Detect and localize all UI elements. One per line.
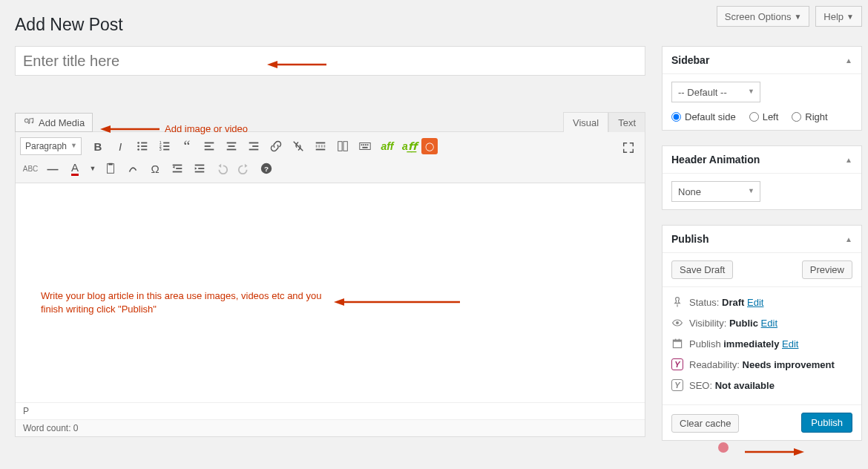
publish-box-toggle[interactable]: Publish▲ — [662, 226, 861, 253]
svg-rect-26 — [316, 149, 326, 151]
quote-button[interactable]: “ — [177, 137, 197, 156]
screen-options-button[interactable]: Screen Options▼ — [717, 6, 810, 27]
word-count: Word count: 0 — [16, 419, 645, 436]
aff-alt-button[interactable]: af̲f̲ — [399, 137, 420, 156]
format-select[interactable]: Paragraph — [20, 137, 82, 155]
outdent-button[interactable] — [167, 159, 188, 178]
svg-point-2 — [32, 122, 33, 123]
radio-default-side[interactable]: Default side — [671, 111, 736, 122]
svg-point-5 — [137, 145, 139, 148]
svg-rect-10 — [163, 142, 169, 144]
add-media-button[interactable]: Add Media — [15, 113, 93, 132]
svg-rect-36 — [108, 163, 112, 165]
edit-status-link[interactable]: Edit — [747, 297, 763, 308]
hr-button[interactable]: — — [42, 159, 63, 178]
radio-right[interactable]: Right — [792, 111, 827, 122]
fullscreen-button[interactable] — [618, 138, 639, 157]
header-anim-select[interactable]: None — [671, 181, 760, 202]
chevron-up-icon: ▲ — [845, 235, 852, 243]
svg-rect-23 — [249, 149, 259, 151]
readability-row: Y Readability: Needs improvement — [671, 354, 852, 375]
align-left-button[interactable] — [199, 137, 220, 156]
help-button[interactable]: Help▼ — [815, 6, 862, 27]
tab-text[interactable]: Text — [608, 112, 645, 134]
editor-content-area[interactable] — [16, 183, 645, 402]
seo-row: Y SEO: Not available — [671, 375, 852, 396]
svg-rect-12 — [163, 145, 169, 147]
link-button[interactable] — [266, 137, 286, 156]
svg-rect-8 — [141, 149, 147, 151]
svg-point-7 — [137, 148, 139, 151]
undo-button[interactable] — [211, 159, 232, 178]
edit-visibility-link[interactable]: Edit — [761, 318, 777, 329]
bold-button[interactable]: B — [88, 137, 108, 156]
camera-music-icon — [23, 117, 35, 128]
unlink-button[interactable] — [288, 137, 309, 156]
element-path: P — [16, 402, 645, 419]
paste-text-button[interactable] — [100, 159, 121, 178]
help-icon-button[interactable]: ? — [256, 159, 277, 178]
svg-rect-19 — [228, 145, 235, 147]
svg-rect-35 — [108, 164, 114, 174]
read-more-button[interactable] — [310, 137, 331, 156]
tab-visual[interactable]: Visual — [563, 112, 608, 134]
clear-cache-button[interactable]: Clear cache — [671, 414, 739, 433]
svg-text:?: ? — [264, 165, 269, 173]
help-label: Help — [823, 11, 844, 22]
header-anim-toggle[interactable]: Header Animation▲ — [662, 146, 861, 174]
svg-rect-41 — [198, 168, 204, 169]
publish-button[interactable]: Publish — [801, 413, 852, 433]
svg-rect-18 — [227, 142, 237, 144]
aff-button[interactable]: aff — [377, 137, 398, 156]
svg-rect-25 — [316, 145, 326, 147]
svg-rect-15 — [205, 142, 214, 144]
svg-point-45 — [676, 321, 679, 324]
align-right-button[interactable] — [243, 137, 264, 156]
sidebar-box-toggle[interactable]: Sidebar▲ — [662, 47, 861, 74]
yoast-icon-gray: Y — [671, 379, 683, 391]
svg-rect-32 — [365, 144, 366, 145]
svg-rect-48 — [675, 339, 677, 341]
radio-left[interactable]: Left — [749, 111, 779, 122]
strikethrough-button[interactable]: ABC — [20, 159, 41, 178]
svg-rect-49 — [679, 339, 680, 341]
preview-button[interactable]: Preview — [802, 260, 852, 279]
svg-text:3: 3 — [160, 147, 162, 151]
schedule-row: Publish immediately Edit — [671, 333, 852, 354]
svg-point-0 — [24, 119, 28, 122]
keyboard-button[interactable] — [355, 137, 375, 156]
svg-rect-37 — [173, 165, 183, 166]
yoast-icon: Y — [671, 358, 683, 370]
sidebar-metabox: Sidebar▲ -- Default -- Default side Left… — [662, 46, 862, 131]
svg-rect-14 — [163, 149, 169, 151]
publish-metabox: Publish▲ Save Draft Preview Status: Draf… — [662, 225, 862, 441]
bullet-list-button[interactable] — [132, 137, 153, 156]
instagram-icon-button[interactable]: ◯ — [421, 138, 438, 154]
page-break-button[interactable] — [332, 137, 353, 156]
svg-rect-6 — [141, 145, 147, 147]
number-list-button[interactable]: 123 — [154, 137, 175, 156]
special-char-button[interactable]: Ω — [145, 159, 165, 178]
svg-point-1 — [28, 122, 30, 124]
svg-rect-28 — [343, 142, 347, 151]
add-media-label: Add Media — [39, 117, 85, 128]
svg-rect-33 — [367, 144, 369, 145]
post-title-input[interactable] — [15, 46, 645, 76]
redo-button[interactable] — [234, 159, 254, 178]
align-center-button[interactable] — [221, 137, 242, 156]
sidebar-select[interactable]: -- Default -- — [671, 82, 760, 102]
clear-format-button[interactable] — [122, 159, 143, 178]
italic-button[interactable]: I — [110, 137, 131, 156]
text-color-button[interactable]: A — [65, 159, 85, 178]
calendar-icon — [671, 338, 683, 350]
text-color-dropdown[interactable]: ▼ — [87, 159, 99, 178]
indent-button[interactable] — [189, 159, 210, 178]
eye-icon — [671, 317, 683, 329]
svg-rect-24 — [316, 142, 326, 144]
svg-rect-31 — [363, 144, 364, 145]
screen-options-label: Screen Options — [725, 11, 792, 22]
save-draft-button[interactable]: Save Draft — [671, 260, 733, 279]
svg-rect-47 — [673, 340, 681, 341]
status-row: Status: Draft Edit — [671, 292, 852, 312]
edit-schedule-link[interactable]: Edit — [782, 338, 798, 350]
